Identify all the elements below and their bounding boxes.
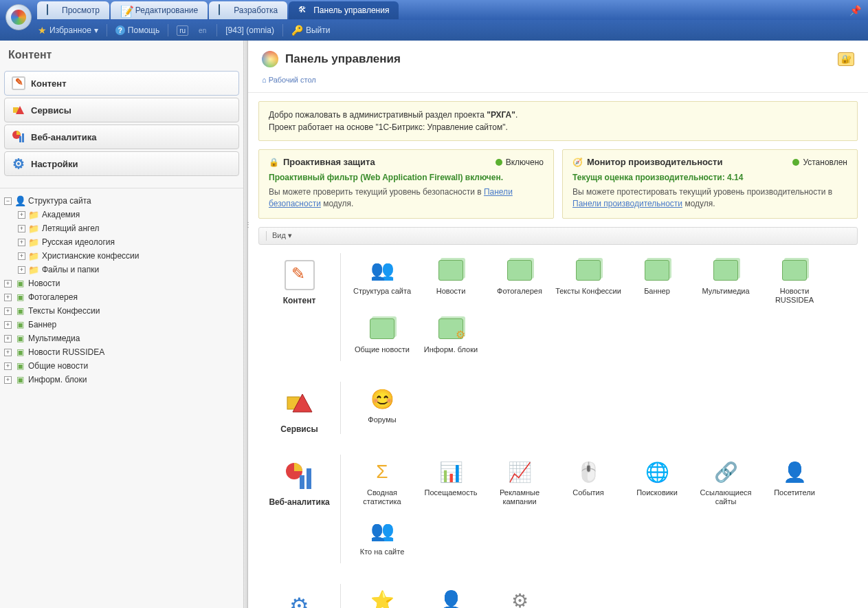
tree-inform-blocks[interactable]: +▣Информ. блоки	[4, 373, 239, 387]
iblock-icon: ▣	[14, 305, 25, 316]
iblock-gear-icon	[437, 315, 465, 343]
dash-item-favorites[interactable]: ⭐Избранное	[348, 584, 416, 608]
lock-icon[interactable]: 🔐	[838, 52, 854, 66]
dash-item-photo[interactable]: Фотогалерея	[485, 253, 554, 312]
tree-angel[interactable]: +📁Летящий ангел	[4, 221, 239, 235]
expand-icon[interactable]: +	[4, 321, 12, 329]
dash-item-banner[interactable]: Баннер	[623, 253, 691, 312]
dash-item-inform[interactable]: Информ. блоки	[416, 312, 485, 361]
folder-icon: 📁	[28, 264, 39, 275]
dash-item-visits-label: Посещаемость	[418, 488, 484, 497]
dash-item-news-russidea[interactable]: Новости RUSSIDEA	[760, 253, 829, 312]
dash-item-structure[interactable]: 👥Структура сайта	[348, 253, 416, 312]
sidebar-item-services[interactable]: Сервисы	[4, 98, 239, 122]
status-dot-icon	[792, 159, 799, 166]
sigma-icon: Σ	[368, 458, 396, 486]
exit-button[interactable]: 🔑Выйти	[291, 25, 331, 36]
app-logo[interactable]	[5, 4, 32, 30]
dash-cat-analytics[interactable]: Веб-аналитика	[258, 455, 341, 563]
dash-item-visits[interactable]: 📊Посещаемость	[416, 455, 485, 513]
splitter[interactable]	[244, 41, 248, 608]
tree-banner-label: Баннер	[28, 320, 56, 329]
tree-multimedia-label: Мультимедиа	[28, 334, 80, 343]
link-icon: 🔗	[712, 458, 739, 486]
tree-structure-label: Структура сайта	[28, 196, 91, 206]
view-button[interactable]: Вид ▾	[272, 231, 292, 240]
tree-files[interactable]: +📁Файлы и папки	[4, 263, 239, 276]
sidebar-item-settings[interactable]: ⚙Настройки	[4, 151, 239, 176]
tree-angel-label: Летящий ангел	[42, 224, 99, 233]
breadcrumb-label: Рабочий стол	[269, 76, 316, 84]
dash-cat-content[interactable]: Контент	[258, 253, 341, 362]
dash-item-referrers[interactable]: 🔗Ссылающиеся сайты	[691, 455, 760, 513]
gear-icon: ⚙	[283, 589, 316, 608]
collapse-icon[interactable]: −	[4, 197, 12, 205]
sidebar-item-content[interactable]: Контент	[4, 71, 239, 96]
performance-panel-link[interactable]: Панели производительности	[572, 199, 682, 208]
welcome-project: "РХГА"	[487, 110, 515, 120]
dash-section-settings: ⚙ Настройки ⭐Избранное 👤Мой профайл ⚙Инт…	[258, 584, 858, 608]
tree-academy[interactable]: +📁Академия	[4, 208, 239, 221]
dash-item-forums[interactable]: 😊Форумы	[348, 382, 416, 431]
dash-item-news-russidea-label: Новости RUSSIDEA	[761, 287, 827, 305]
expand-icon[interactable]: +	[4, 307, 12, 315]
dash-item-multimedia[interactable]: Мультимедиа	[691, 253, 760, 312]
expand-icon[interactable]: +	[4, 294, 12, 301]
tree-files-label: Файлы и папки	[42, 265, 99, 274]
breadcrumb[interactable]: ⌂Рабочий стол	[248, 73, 868, 93]
iblock-icon: ▣	[14, 278, 25, 289]
dash-cat-settings[interactable]: ⚙ Настройки	[258, 584, 341, 608]
dash-cat-services[interactable]: Сервисы	[258, 382, 341, 434]
expand-icon[interactable]: +	[4, 376, 12, 384]
pencil-icon: 📝	[120, 5, 131, 16]
dash-item-adv[interactable]: 📈Рекламные кампании	[485, 455, 554, 513]
dash-item-general-news[interactable]: Общие новости	[348, 312, 416, 361]
favorites-button[interactable]: ★Избранное▾	[38, 25, 98, 36]
tree-ideology[interactable]: +📁Русская идеология	[4, 235, 239, 249]
page-title: Панель управления	[285, 52, 401, 66]
tree-banner[interactable]: +▣Баннер	[4, 318, 239, 332]
expand-icon[interactable]: +	[18, 239, 25, 246]
dash-item-events[interactable]: 🖱️События	[554, 455, 623, 513]
dash-cat-services-label: Сервисы	[258, 424, 340, 434]
tree-structure[interactable]: −👤Структура сайта	[4, 194, 239, 208]
dash-item-who[interactable]: 👥Кто на сайте	[348, 514, 416, 563]
expand-icon[interactable]: +	[18, 211, 25, 219]
tree-confessions[interactable]: +📁Христианские конфессии	[4, 249, 239, 263]
expand-icon[interactable]: +	[4, 335, 12, 343]
dash-item-searchers[interactable]: 🌐Поисковики	[623, 455, 691, 513]
expand-icon[interactable]: +	[18, 225, 25, 232]
dash-item-adv-label: Рекламные кампании	[487, 488, 553, 506]
tree-general-news[interactable]: +▣Общие новости	[4, 359, 239, 373]
tree-multimedia[interactable]: +▣Мультимедиа	[4, 332, 239, 345]
iblock-icon	[368, 315, 396, 343]
lang-en[interactable]: en	[197, 26, 208, 35]
tree-texts-conf[interactable]: +▣Тексты Конфессии	[4, 304, 239, 318]
expand-icon[interactable]: +	[18, 266, 25, 274]
expand-icon[interactable]: +	[4, 280, 12, 287]
chart-icon: 📊	[437, 458, 465, 486]
sidebar-item-content-label: Контент	[31, 78, 67, 89]
tree-news[interactable]: +▣Новости	[4, 276, 239, 290]
expand-icon[interactable]: +	[4, 362, 12, 370]
dash-item-profile[interactable]: 👤Мой профайл	[416, 584, 485, 608]
tab-control-panel[interactable]: 🛠Панель управления	[289, 1, 399, 19]
pin-icon[interactable]: 📌	[849, 5, 861, 16]
tab-edit[interactable]: 📝Редактирование	[111, 1, 208, 19]
expand-icon[interactable]: +	[18, 252, 25, 260]
dash-item-texts[interactable]: Тексты Конфессии	[554, 253, 623, 312]
iblock-icon	[781, 257, 808, 284]
dash-item-interface[interactable]: ⚙Интерфейс	[485, 584, 554, 608]
dash-item-summary[interactable]: ΣСводная статистика	[348, 455, 416, 513]
tree-news-russidea[interactable]: +▣Новости RUSSIDEA	[4, 345, 239, 359]
help-button[interactable]: ?Помощь	[115, 25, 159, 35]
tree-photo[interactable]: +▣Фотогалерея	[4, 290, 239, 304]
dash-item-visitors[interactable]: 👤Посетители	[760, 455, 829, 513]
dash-item-news[interactable]: Новости	[416, 253, 485, 312]
tab-dev[interactable]: Разработка	[209, 1, 287, 19]
dash-cat-analytics-label: Веб-аналитика	[258, 497, 340, 507]
lang-ru[interactable]: ru	[177, 25, 188, 36]
sidebar-item-analytics[interactable]: Веб-аналитика	[4, 124, 239, 149]
expand-icon[interactable]: +	[4, 349, 12, 356]
tab-view[interactable]: Просмотр	[37, 1, 109, 19]
